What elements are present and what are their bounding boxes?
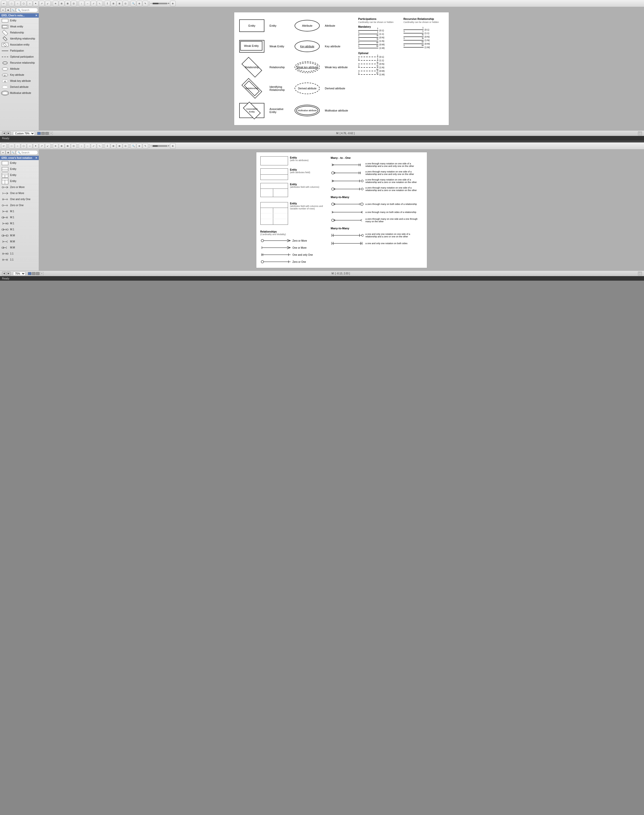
derived-attr-shape[interactable]: Derived attribute [294,83,320,94]
sidebar-search-btn-b[interactable]: 🔍 [11,150,15,155]
sidebar-item-m1-2[interactable]: M:1 [0,214,39,220]
toolbar-resize2-btn[interactable]: ⤡ [97,1,103,6]
key-attr-shape[interactable]: Key attribute [294,40,320,52]
toolbar-circle-btn[interactable]: ○ [15,1,20,6]
assoc-entity-shape[interactable]: AssociativeEntity [239,103,264,118]
page-icon-b-add[interactable]: + [40,272,43,275]
sidebar-item-m1-4[interactable]: M:1 [0,226,39,232]
page-icon-3[interactable] [45,132,49,135]
toolbar-flip-h-btn-b[interactable]: ↔ [85,143,90,149]
weak-key-attr-shape[interactable]: Weak key attribute [294,62,320,73]
toolbar-back-btn[interactable]: ↩ [1,1,6,6]
sidebar-item-cf-entity-2[interactable]: Entity [0,166,39,172]
toolbar-flip-v-btn[interactable]: ↕ [79,1,84,6]
sidebar-item-recursive-rel[interactable]: Recursive relationship [0,60,39,66]
entity-shape[interactable]: Entity [239,19,264,32]
sidebar-item-cf-entity-1[interactable]: Entity [0,160,39,166]
toolbar-select1-btn[interactable]: ≋ [53,1,58,6]
sidebar-item-key-attr[interactable]: key Key attribute [0,72,39,78]
sidebar-item-weak-key-attr[interactable]: wk Weak key attribute [0,78,39,84]
page-next-btn-b[interactable]: ▶ [6,272,11,275]
page-icon-b-1[interactable] [28,272,31,275]
toolbar-zoom-in-btn-b[interactable]: 🔍 [130,143,136,149]
toolbar-zoom-fit-btn-b[interactable]: ⊕ [136,143,142,149]
sidebar-item-optional-participation[interactable]: Optional participation [0,54,39,60]
toolbar-zoom-percent-btn-b[interactable]: ⊕ [170,143,176,149]
attribute-shape[interactable]: Attribute [294,20,320,31]
sidebar-item-m1-1[interactable]: M:1 [0,208,39,214]
sidebar-item-multivalue-attr[interactable]: Multivalue attribute [0,90,39,96]
page-prev-btn-b[interactable]: ◀ [2,272,6,275]
cf-entity-4-shape[interactable] [261,202,288,225]
sidebar-item-identifying-rel[interactable]: Identifying relationship [0,36,39,42]
zoom-minus-icon-b[interactable]: − [150,145,152,147]
toolbar-rect-btn-b[interactable]: □ [9,143,14,149]
toolbar-poly-btn[interactable]: ⟐ [27,1,32,6]
toolbar-grid3-btn[interactable]: ⊡ [71,1,77,6]
toolbar-align3-btn[interactable]: ⊠ [117,1,122,6]
toolbar-star-btn-b[interactable]: ✦ [33,143,38,149]
toolbar-star-btn[interactable]: ✦ [33,1,38,6]
zoom-minus-icon[interactable]: − [150,2,152,5]
toolbar-pen-btn[interactable]: ✎ [143,1,148,6]
toolbar-resize2-btn-b[interactable]: ⤡ [97,143,103,149]
toolbar-align4-btn[interactable]: ⊡ [123,1,128,6]
sidebar-item-mm-3[interactable]: M:M [0,244,39,251]
toolbar-align1-btn-b[interactable]: ↧ [105,143,110,149]
sidebar-item-participation[interactable]: Participation [0,48,39,54]
cf-entity-3-shape[interactable] [261,183,288,197]
toolbar-grid1-btn-b[interactable]: ⊞ [59,143,64,149]
sidebar-item-entity[interactable]: Entity [0,18,39,24]
sidebar-item-m1-3[interactable]: M:1 [0,220,39,226]
sidebar-close-icon[interactable]: ✕ [35,14,37,17]
weak-entity-shape[interactable]: Weak Entity [239,40,264,52]
status-expand-btn-b[interactable]: ⛶ [638,272,642,275]
sidebar-item-zero-or-one[interactable]: Zero or One [0,202,39,208]
sidebar-item-attribute[interactable]: Attribute [0,66,39,72]
toolbar-hex-btn[interactable]: ⬡ [21,1,26,6]
toolbar-arrow2-btn-b[interactable]: ↙ [45,143,51,149]
page-icon-b-2[interactable] [32,272,35,275]
sidebar-item-weak-entity[interactable]: Weak entity [0,24,39,30]
sidebar-item-mm-2[interactable]: M:M [0,238,39,244]
page-icon-add[interactable]: + [49,132,53,135]
zoom-select-bottom[interactable]: 75% [13,272,25,275]
toolbar-grid2-btn-b[interactable]: ⊠ [65,143,71,149]
cf-entity-2-shape[interactable] [261,168,288,180]
multivalue-attr-shape[interactable]: Multivalue attribute [294,105,320,116]
toolbar-zoom-in-btn[interactable]: 🔍 [130,1,136,6]
zoom-plus-icon[interactable]: + [168,2,170,5]
toolbar-align1-btn[interactable]: ↧ [105,1,110,6]
toolbar-grid3-btn-b[interactable]: ⊡ [71,143,77,149]
toolbar-poly-btn-b[interactable]: ⟐ [27,143,32,149]
search-box-bottom[interactable]: 🔍 Search [16,150,38,155]
sidebar-search-btn[interactable]: 🔍 [11,8,15,12]
sidebar-item-relationship[interactable]: Relationship [0,30,39,36]
page-icon-2[interactable] [41,132,45,135]
toolbar-arrow1-btn[interactable]: ↗ [39,1,44,6]
cf-entity-1-shape[interactable] [261,156,288,165]
toolbar-grid1-btn[interactable]: ⊞ [59,1,64,6]
sidebar-item-11-1[interactable]: 1:1 [0,251,39,257]
sidebar-item-11-2[interactable]: 1:1 [0,257,39,263]
toolbar-resize-btn-b[interactable]: ⤢ [91,143,97,149]
toolbar-back-btn-b[interactable]: ↩ [1,143,6,149]
sidebar-item-cf-entity-3[interactable]: Entity [0,172,39,178]
toolbar-hex-btn-b[interactable]: ⬡ [21,143,26,149]
sidebar-item-zero-or-more[interactable]: Zero or More [0,184,39,190]
sidebar-grid-btn[interactable]: ⊞ [6,8,10,12]
toolbar-select1-btn-b[interactable]: ≋ [53,143,58,149]
toolbar-rect-btn[interactable]: □ [9,1,14,6]
sidebar-item-assoc-entity[interactable]: Associative entity [0,42,39,48]
sidebar-menu-btn[interactable]: ≡ [1,8,5,12]
page-prev-btn[interactable]: ◀ [2,131,6,135]
sidebar-grid-btn-b[interactable]: ⊞ [6,150,10,155]
sidebar-menu-btn-b[interactable]: ≡ [1,150,5,155]
page-icon-b-3[interactable] [36,272,40,275]
toolbar-pen-btn-b[interactable]: ✎ [143,143,148,149]
toolbar-flip-h-btn[interactable]: ↔ [85,1,90,6]
toolbar-arrow2-btn[interactable]: ↙ [45,1,51,6]
toolbar-resize-btn[interactable]: ⤢ [91,1,97,6]
relationship-shape[interactable]: Relationship [239,61,264,74]
sidebar-item-cf-entity-4[interactable]: Entity [0,178,39,184]
